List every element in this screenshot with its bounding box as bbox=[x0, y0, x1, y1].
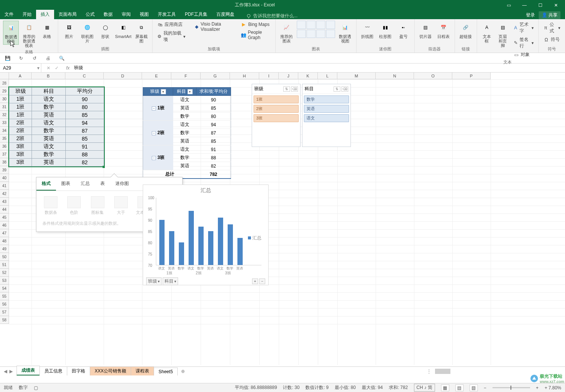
chart-bar[interactable] bbox=[198, 227, 204, 265]
col-head-K[interactable]: K bbox=[298, 73, 318, 79]
pictures-button[interactable]: 🖼图片 bbox=[61, 21, 77, 39]
sheet-tab[interactable]: 员工信息 bbox=[39, 366, 67, 375]
row-head-45[interactable]: 45 bbox=[0, 213, 9, 221]
pivot-table-button[interactable]: 📊数据透视表 bbox=[3, 21, 19, 45]
add-sheet-icon[interactable]: ⊕ bbox=[177, 368, 189, 375]
pivot-cell[interactable]: 85 bbox=[196, 104, 231, 112]
data-cell[interactable]: 85 bbox=[66, 111, 104, 119]
data-cell[interactable]: 2班 bbox=[9, 127, 32, 135]
pivot-header[interactable]: 求和项:平均分 bbox=[196, 88, 231, 96]
data-cell[interactable]: 94 bbox=[66, 119, 104, 127]
row-head-47[interactable]: 47 bbox=[0, 229, 9, 237]
tell-me[interactable]: 告诉我您想要做什么... bbox=[239, 13, 526, 19]
pivot-header[interactable]: 班级▾ bbox=[143, 88, 173, 96]
sheet-nav-first-icon[interactable]: ◀ bbox=[4, 369, 7, 374]
tab-插入[interactable]: 插入 bbox=[36, 10, 54, 19]
data-cell[interactable]: 87 bbox=[66, 127, 104, 135]
pivot-cell[interactable]: 语文 bbox=[173, 145, 196, 154]
col-head-C[interactable]: C bbox=[65, 73, 104, 79]
row-head-34[interactable]: 34 bbox=[0, 127, 9, 135]
zoom-preview-icon[interactable]: 🔍 bbox=[59, 55, 65, 61]
chart-bar[interactable] bbox=[179, 242, 184, 265]
data-cell[interactable]: 1班 bbox=[9, 95, 32, 103]
pivot-cell[interactable]: 90 bbox=[196, 96, 231, 104]
pivot-group[interactable]: −3班 bbox=[143, 145, 173, 170]
clear-filter-icon[interactable]: ⌫ bbox=[291, 86, 298, 92]
pivot-cell[interactable]: 80 bbox=[196, 112, 231, 121]
spreadsheet-grid[interactable]: ABCDEFGHIJKLMNOP 28293031323334353637383… bbox=[0, 73, 565, 366]
data-cell[interactable]: 英语 bbox=[32, 159, 66, 166]
fill-handle[interactable] bbox=[103, 166, 105, 168]
row-head-37[interactable]: 37 bbox=[0, 150, 9, 158]
data-cell[interactable]: 88 bbox=[66, 151, 104, 159]
row-head-31[interactable]: 31 bbox=[0, 103, 9, 111]
qa-tab[interactable]: 格式 bbox=[36, 177, 56, 191]
col-head-O[interactable]: O bbox=[414, 73, 452, 79]
data-cell[interactable]: 语文 bbox=[32, 143, 66, 151]
equation-button[interactable]: π公式 ▾ bbox=[542, 21, 562, 35]
name-box-dropdown-icon[interactable]: ▾ bbox=[37, 65, 41, 71]
tab-审阅[interactable]: 审阅 bbox=[117, 10, 135, 19]
row-head-29[interactable]: 29 bbox=[0, 87, 9, 95]
data-cell[interactable]: 数学 bbox=[32, 127, 66, 135]
row-head-46[interactable]: 46 bbox=[0, 221, 9, 229]
slicer-item[interactable]: 1班 bbox=[254, 95, 299, 103]
screenshot-button[interactable]: ⧉屏幕截图 bbox=[133, 21, 149, 44]
signature-button[interactable]: ✎签名行 ▾ bbox=[512, 36, 535, 50]
row-head-48[interactable]: 48 bbox=[0, 237, 9, 245]
row-head-38[interactable]: 38 bbox=[0, 158, 9, 166]
slicer-subject[interactable]: 科目⇅⌫ 数学英语语文 bbox=[302, 84, 351, 147]
clear-filter-icon[interactable]: ⌫ bbox=[341, 86, 348, 92]
col-head-A[interactable]: A bbox=[9, 73, 32, 79]
pivot-group[interactable]: −2班 bbox=[143, 121, 173, 145]
row-head-56[interactable]: 56 bbox=[0, 300, 9, 308]
data-cell[interactable]: 数学 bbox=[32, 151, 66, 159]
qa-option[interactable]: 图标集 bbox=[89, 196, 106, 215]
data-cell[interactable]: 数学 bbox=[32, 103, 66, 111]
login-link[interactable]: 登录 bbox=[526, 12, 535, 18]
row-head-33[interactable]: 33 bbox=[0, 119, 9, 127]
pivot-chart-button[interactable]: 📊数据透视图 bbox=[337, 21, 353, 44]
people-graph-button[interactable]: 👥People Graph bbox=[239, 29, 272, 41]
accept-formula-icon[interactable]: ✓ bbox=[55, 65, 59, 71]
col-head-D[interactable]: D bbox=[104, 73, 142, 79]
pivot-chart[interactable]: 汇总 707580859095100 语文英语数学语文数学英语语文数学英语1班2… bbox=[143, 185, 269, 285]
data-cell[interactable]: 85 bbox=[66, 135, 104, 143]
chart-field-class[interactable]: 班级 ▾ bbox=[146, 277, 162, 285]
cancel-formula-icon[interactable]: ✕ bbox=[47, 65, 50, 71]
pivot-cell[interactable]: 语文 bbox=[173, 96, 196, 104]
chart-field-subject[interactable]: 科目 ▾ bbox=[163, 277, 178, 285]
chart-collapse-icon[interactable]: − bbox=[259, 278, 265, 284]
row-head-52[interactable]: 52 bbox=[0, 269, 9, 277]
save-icon[interactable]: 💾 bbox=[5, 55, 11, 61]
wordart-button[interactable]: A艺术字 ▾ bbox=[512, 21, 535, 35]
row-head-58[interactable]: 58 bbox=[0, 316, 9, 324]
zoom-in-icon[interactable]: + bbox=[536, 385, 539, 390]
pivot-cell[interactable]: 91 bbox=[196, 145, 231, 154]
data-cell[interactable]: 3班 bbox=[9, 143, 32, 151]
row-head-39[interactable]: 39 bbox=[0, 166, 9, 174]
zoom-out-icon[interactable]: − bbox=[484, 385, 486, 390]
view-page-icon[interactable]: ▤ bbox=[455, 384, 464, 391]
pivot-cell[interactable]: 94 bbox=[196, 121, 231, 129]
data-cell[interactable]: 语文 bbox=[32, 95, 66, 103]
pivot-cell[interactable]: 英语 bbox=[173, 162, 196, 170]
pivot-cell[interactable]: 英语 bbox=[173, 137, 196, 145]
minimize-icon[interactable]: — bbox=[517, 0, 532, 10]
qa-option[interactable]: 大于 bbox=[113, 196, 129, 215]
row-head-30[interactable]: 30 bbox=[0, 95, 9, 103]
hyperlink-button[interactable]: 🔗超链接 bbox=[458, 21, 474, 39]
pivot-cell[interactable]: 87 bbox=[196, 129, 231, 137]
row-head-51[interactable]: 51 bbox=[0, 261, 9, 269]
tab-视图[interactable]: 视图 bbox=[135, 10, 153, 19]
shapes-button[interactable]: ◯形状 bbox=[97, 21, 113, 39]
multi-select-icon[interactable]: ⇅ bbox=[334, 86, 340, 92]
row-head-49[interactable]: 49 bbox=[0, 245, 9, 253]
row-head-54[interactable]: 54 bbox=[0, 285, 9, 292]
close-icon[interactable]: ✕ bbox=[548, 0, 563, 10]
data-cell[interactable]: 语文 bbox=[32, 119, 66, 127]
tab-PDF工具集[interactable]: PDF工具集 bbox=[180, 10, 212, 19]
pivot-cell[interactable]: 数学 bbox=[173, 129, 196, 137]
row-head-40[interactable]: 40 bbox=[0, 174, 9, 182]
macro-record-icon[interactable]: ▢ bbox=[34, 385, 38, 390]
